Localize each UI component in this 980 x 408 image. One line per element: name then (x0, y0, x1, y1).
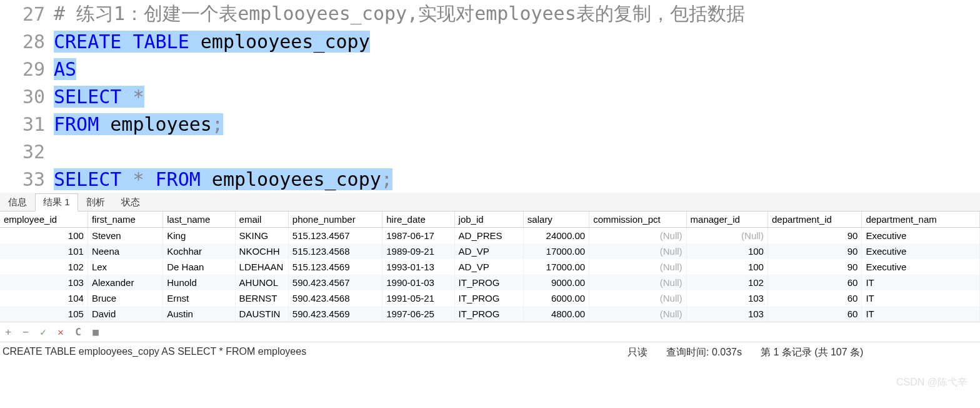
col-salary[interactable]: salary (523, 212, 589, 228)
cell-phone_number[interactable]: 590.423.4567 (288, 275, 382, 290)
cell-salary[interactable]: 9000.00 (523, 275, 589, 290)
cell-first_name[interactable]: David (88, 306, 162, 322)
cell-department_nam[interactable]: Executive (862, 243, 980, 259)
cell-manager_id[interactable]: (Null) (686, 228, 768, 244)
cell-job_id[interactable]: IT_PROG (454, 306, 523, 322)
table-row[interactable]: 104BruceErnstBERNST590.423.45681991-05-2… (0, 290, 980, 306)
cell-commission_pct[interactable]: (Null) (589, 275, 686, 290)
cell-employee_id[interactable]: 103 (0, 275, 88, 290)
cancel-button[interactable]: ✕ (55, 326, 66, 338)
cell-department_id[interactable]: 90 (768, 228, 861, 244)
cell-salary[interactable]: 6000.00 (523, 290, 589, 306)
cell-department_nam[interactable]: Executive (862, 259, 980, 275)
cell-last_name[interactable]: Hunold (163, 275, 235, 290)
cell-department_id[interactable]: 90 (768, 259, 861, 275)
col-employee_id[interactable]: employee_id (0, 212, 88, 228)
cell-job_id[interactable]: IT_PROG (454, 275, 523, 290)
cell-last_name[interactable]: Austin (163, 306, 235, 322)
cell-employee_id[interactable]: 104 (0, 290, 88, 306)
col-phone_number[interactable]: phone_number (288, 212, 382, 228)
cell-job_id[interactable]: IT_PROG (454, 290, 523, 306)
cell-phone_number[interactable]: 515.123.4567 (288, 228, 382, 244)
cell-employee_id[interactable]: 102 (0, 259, 88, 275)
tab-剖析[interactable]: 剖析 (78, 193, 113, 211)
cell-job_id[interactable]: AD_VP (454, 243, 523, 259)
cell-phone_number[interactable]: 515.123.4568 (288, 243, 382, 259)
cell-commission_pct[interactable]: (Null) (589, 306, 686, 322)
cell-commission_pct[interactable]: (Null) (589, 243, 686, 259)
table-row[interactable]: 101NeenaKochharNKOCHH515.123.45681989-09… (0, 243, 980, 259)
cell-hire_date[interactable]: 1993-01-13 (382, 259, 454, 275)
col-department_nam[interactable]: department_nam (862, 212, 980, 228)
cell-hire_date[interactable]: 1987-06-17 (382, 228, 454, 244)
cell-department_id[interactable]: 90 (768, 243, 861, 259)
delete-row-button[interactable]: − (20, 326, 31, 338)
cell-job_id[interactable]: AD_PRES (454, 228, 523, 244)
cell-last_name[interactable]: Ernst (163, 290, 235, 306)
col-last_name[interactable]: last_name (163, 212, 235, 228)
cell-hire_date[interactable]: 1991-05-21 (382, 290, 454, 306)
cell-email[interactable]: DAUSTIN (235, 306, 288, 322)
cell-department_nam[interactable]: IT (862, 275, 980, 290)
cell-email[interactable]: SKING (235, 228, 288, 244)
cell-first_name[interactable]: Lex (88, 259, 162, 275)
stop-button[interactable]: ■ (90, 326, 101, 338)
cell-manager_id[interactable]: 102 (686, 275, 768, 290)
code-line[interactable]: AS (54, 58, 76, 80)
result-grid[interactable]: employee_idfirst_namelast_nameemailphone… (0, 212, 980, 322)
cell-hire_date[interactable]: 1997-06-25 (382, 306, 454, 322)
col-hire_date[interactable]: hire_date (382, 212, 454, 228)
cell-employee_id[interactable]: 105 (0, 306, 88, 322)
cell-email[interactable]: LDEHAAN (235, 259, 288, 275)
cell-department_nam[interactable]: IT (862, 306, 980, 322)
col-commission_pct[interactable]: commission_pct (589, 212, 686, 228)
cell-hire_date[interactable]: 1989-09-21 (382, 243, 454, 259)
cell-department_nam[interactable]: IT (862, 290, 980, 306)
table-row[interactable]: 105DavidAustinDAUSTIN590.423.45691997-06… (0, 306, 980, 322)
cell-first_name[interactable]: Neena (88, 243, 162, 259)
cell-salary[interactable]: 24000.00 (523, 228, 589, 244)
code-line[interactable]: SELECT * FROM emplooyees_copy; (54, 168, 392, 190)
cell-hire_date[interactable]: 1990-01-03 (382, 275, 454, 290)
code-line[interactable]: SELECT * (54, 86, 144, 108)
cell-email[interactable]: BERNST (235, 290, 288, 306)
cell-department_id[interactable]: 60 (768, 275, 861, 290)
col-first_name[interactable]: first_name (88, 212, 162, 228)
table-row[interactable]: 102LexDe HaanLDEHAAN515.123.45691993-01-… (0, 259, 980, 275)
tab-信息[interactable]: 信息 (0, 193, 35, 211)
cell-last_name[interactable]: Kochhar (163, 243, 235, 259)
col-manager_id[interactable]: manager_id (686, 212, 768, 228)
code-line[interactable]: # 练习1：创建一个表emplooyees_copy,实现对employees表… (54, 1, 745, 27)
add-row-button[interactable]: + (2, 326, 14, 338)
cell-phone_number[interactable]: 590.423.4568 (288, 290, 382, 306)
col-email[interactable]: email (235, 212, 288, 228)
cell-first_name[interactable]: Alexander (88, 275, 162, 290)
cell-commission_pct[interactable]: (Null) (589, 228, 686, 244)
cell-job_id[interactable]: AD_VP (454, 259, 523, 275)
table-row[interactable]: 100StevenKingSKING515.123.45671987-06-17… (0, 228, 980, 244)
cell-employee_id[interactable]: 101 (0, 243, 88, 259)
cell-first_name[interactable]: Bruce (88, 290, 162, 306)
cell-commission_pct[interactable]: (Null) (589, 259, 686, 275)
cell-manager_id[interactable]: 100 (686, 259, 768, 275)
cell-phone_number[interactable]: 590.423.4569 (288, 306, 382, 322)
col-job_id[interactable]: job_id (454, 212, 523, 228)
cell-last_name[interactable]: King (163, 228, 235, 244)
apply-button[interactable]: ✓ (38, 326, 49, 338)
cell-phone_number[interactable]: 515.123.4569 (288, 259, 382, 275)
code-line[interactable]: FROM employees; (54, 113, 223, 135)
col-department_id[interactable]: department_id (768, 212, 861, 228)
cell-salary[interactable]: 17000.00 (523, 259, 589, 275)
cell-employee_id[interactable]: 100 (0, 228, 88, 244)
table-row[interactable]: 103AlexanderHunoldAHUNOL590.423.45671990… (0, 275, 980, 290)
refresh-button[interactable]: C (72, 326, 84, 338)
cell-manager_id[interactable]: 103 (686, 290, 768, 306)
cell-manager_id[interactable]: 103 (686, 306, 768, 322)
cell-department_id[interactable]: 60 (768, 290, 861, 306)
sql-editor[interactable]: 27# 练习1：创建一个表emplooyees_copy,实现对employee… (0, 0, 980, 193)
tab-状态[interactable]: 状态 (113, 193, 148, 211)
cell-department_id[interactable]: 60 (768, 306, 861, 322)
cell-first_name[interactable]: Steven (88, 228, 162, 244)
cell-commission_pct[interactable]: (Null) (589, 290, 686, 306)
tab-结果 1[interactable]: 结果 1 (35, 193, 78, 212)
